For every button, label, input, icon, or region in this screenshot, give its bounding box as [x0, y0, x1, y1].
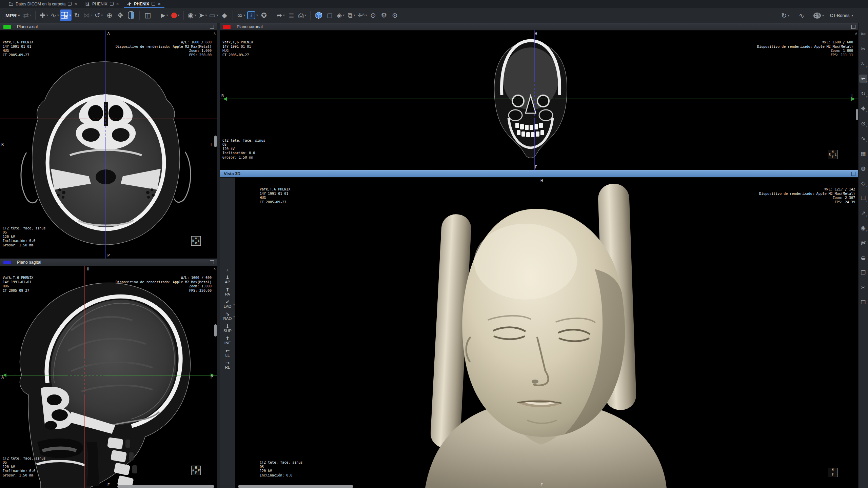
scroll-up-icon[interactable]: ∧: [213, 267, 216, 271]
scissors-point-cut-button[interactable]: ✄: [859, 30, 867, 38]
sagittal-hscrollbar-thumb[interactable]: [117, 485, 214, 488]
flip-button[interactable]: ⋈▾: [82, 9, 93, 21]
stack-button[interactable]: ≣: [286, 9, 297, 21]
sagittal-titlebar[interactable]: Plano sagital: [0, 259, 217, 266]
wl-preset-selector[interactable]: CT-Bones ▾: [830, 13, 853, 18]
orient-rao-button[interactable]: ↘RAO∨: [220, 312, 235, 321]
record-button[interactable]: ▾: [170, 9, 181, 21]
link-views-button[interactable]: ∞▾: [236, 9, 246, 21]
close-icon[interactable]: ×: [74, 2, 77, 6]
panel-divider[interactable]: [217, 23, 220, 488]
slab-thickness-button[interactable]: ⇄▾: [22, 9, 33, 21]
resize-diagonal-button[interactable]: ↗∨: [859, 209, 867, 217]
merge-shapes-button[interactable]: ❏∨: [859, 194, 867, 202]
scroll-up-icon[interactable]: ∧: [855, 31, 857, 36]
sagittal-viewport[interactable]: Vafk,T,6 PHENIX14Y 1991-01-01HUGCT 2005-…: [0, 266, 217, 488]
maximize-icon[interactable]: [210, 25, 214, 29]
vista3d-viewport[interactable]: Vafk,T,6 PHENIX14Y 1991-01-01HUGCT 2005-…: [235, 178, 859, 488]
flyout-chevron-icon[interactable]: ∨: [233, 303, 235, 306]
fullscreen-icon[interactable]: [110, 2, 114, 6]
ruler-button[interactable]: ▭▾: [208, 9, 219, 21]
orient-rl-button[interactable]: →RL: [220, 361, 235, 370]
export-view-button[interactable]: ❒: [859, 298, 867, 306]
vista3d-titlebar[interactable]: Vista 3D: [220, 170, 859, 178]
sagittal-scrollbar-thumb[interactable]: [214, 324, 217, 337]
maximize-icon[interactable]: [851, 25, 855, 29]
box-mode-button[interactable]: ◈▾: [335, 9, 346, 21]
rotate-3d-tool-button[interactable]: ↻∨: [859, 89, 867, 98]
close-icon[interactable]: ×: [116, 2, 119, 6]
rotate-3d-button[interactable]: ↻: [72, 9, 82, 21]
roi-person-button[interactable]: ✪: [258, 9, 269, 21]
settings-button[interactable]: ⚙: [378, 9, 389, 21]
flyout-chevron-icon[interactable]: ∨: [233, 315, 235, 318]
layout-grid-button[interactable]: ▾: [60, 9, 72, 21]
fullscreen-icon[interactable]: [152, 2, 155, 6]
orient-ap-button[interactable]: ↓AP: [220, 275, 235, 284]
color-palette-button[interactable]: ▾: [812, 10, 825, 21]
orbit-mouse-button[interactable]: ⊙∨: [859, 119, 867, 127]
play-button[interactable]: ▶▾: [159, 9, 170, 21]
close-icon[interactable]: ×: [158, 2, 161, 6]
coronal-viewport[interactable]: Vafk,T,6 PHENIX14Y 1991-01-01HUGCT 2005-…: [220, 30, 859, 170]
mode-selector[interactable]: MPR ▾: [3, 13, 22, 18]
orient-lao-button[interactable]: ↙LAO∨: [220, 300, 235, 309]
crosshair-pointer-button[interactable]: ✚▾: [38, 9, 49, 21]
axial-scrollbar-thumb[interactable]: [214, 136, 217, 147]
preset-rotate-button[interactable]: ↻▾: [780, 10, 791, 21]
duplicate-layers-button[interactable]: ❐: [859, 268, 867, 277]
coronal-scrollbar-thumb[interactable]: [856, 109, 858, 120]
scissors-plane-cut-button[interactable]: ✁∨: [859, 60, 867, 68]
tab-phenix-mpr[interactable]: PHENIX ×: [123, 0, 165, 8]
overlap-views-button[interactable]: ⧉▾: [346, 9, 357, 21]
eraser-button[interactable]: ◆: [219, 9, 230, 21]
info-overlay-button[interactable]: i▾: [246, 9, 259, 21]
print-button[interactable]: ⎙▾: [297, 9, 308, 21]
fullscreen-icon[interactable]: [68, 2, 72, 6]
scissors-export-button[interactable]: ✂: [859, 283, 867, 291]
texture-pattern-button[interactable]: ▦: [859, 149, 867, 157]
sphere-button[interactable]: ⊙: [368, 9, 378, 21]
add-curve-button[interactable]: ∿∨: [859, 134, 867, 142]
scissors-pin-button[interactable]: ✀: [859, 239, 867, 247]
scroll-up-icon[interactable]: ∧: [226, 268, 229, 272]
curve-tool-button[interactable]: ∿▾: [49, 9, 60, 21]
orient-pa-button[interactable]: ↑PA: [220, 287, 235, 297]
axial-titlebar[interactable]: Plano axial: [0, 23, 217, 30]
orient-inf-button[interactable]: ↑INF: [220, 336, 235, 345]
move-annotations-button[interactable]: ✛ᴬ▾: [357, 9, 368, 21]
engine-button[interactable]: ⊛: [389, 9, 400, 21]
palette-tool-button[interactable]: ◍: [859, 164, 867, 172]
annotation-arrow-button[interactable]: ➤▾: [197, 9, 208, 21]
mpr-slab-button[interactable]: ◫: [142, 9, 153, 21]
orient-ll-button[interactable]: ←LL: [220, 348, 235, 358]
maximize-icon[interactable]: [210, 260, 214, 264]
pan-arrows-icon: ✥: [118, 11, 123, 19]
orient-sup-button[interactable]: ↓SUP: [220, 324, 235, 333]
wl-curve-button[interactable]: ∿: [796, 10, 807, 21]
axial-viewport[interactable]: Vafk,T,6 PHENIX14Y 1991-01-01HUGCT 2005-…: [0, 30, 217, 259]
arrow-down-icon: ↓: [225, 324, 230, 329]
box-view-button[interactable]: ◻: [324, 9, 335, 21]
tab-dicom-folder[interactable]: Datos DICOM en la carpeta ×: [5, 0, 81, 8]
export-button[interactable]: ➦▾: [275, 9, 286, 21]
scroll-up-icon[interactable]: ∧: [213, 31, 216, 36]
scissors-region-cut-button[interactable]: ✂: [859, 45, 867, 53]
scissors-slab-cut-button[interactable]: ✃∨: [859, 75, 867, 83]
sagittal-title: Plano sagital: [17, 260, 41, 265]
clip-plane-button[interactable]: ◒: [859, 253, 867, 262]
tab-phenix-browser[interactable]: PHENIX ×: [81, 0, 123, 8]
link-shape-button[interactable]: ◇∨: [859, 179, 867, 187]
pin-3d-button[interactable]: ◉∨: [859, 224, 867, 232]
vista3d-hscrollbar-thumb[interactable]: [238, 485, 353, 488]
zoom-tool-button[interactable]: ⊕: [104, 9, 115, 21]
mouse-wl-button[interactable]: [126, 9, 137, 21]
rotate-button[interactable]: ↺▾: [93, 9, 104, 21]
pan-button[interactable]: ✥: [115, 9, 126, 21]
volume-render-button[interactable]: [313, 9, 324, 21]
coronal-titlebar[interactable]: Plano coronal: [220, 23, 859, 30]
move-node-button[interactable]: ✥∨: [859, 104, 867, 113]
maximize-icon[interactable]: [851, 172, 855, 176]
series-search-icon: [85, 2, 90, 6]
point-marker-button[interactable]: ◉▾: [186, 9, 197, 21]
